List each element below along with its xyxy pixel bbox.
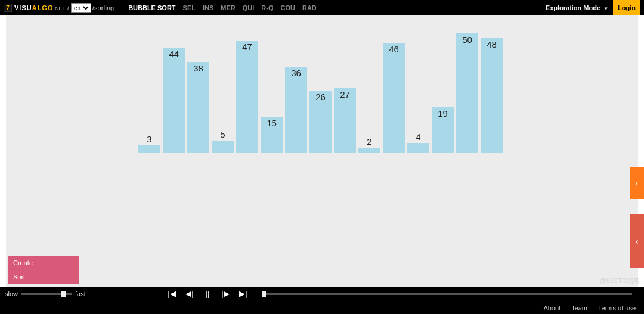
algo-tab-mer[interactable]: MER <box>221 4 235 11</box>
bar-label: 27 <box>334 89 356 100</box>
chevron-left-icon: ‹ <box>636 178 639 188</box>
progress-thumb[interactable] <box>262 291 266 297</box>
breadcrumb-path[interactable]: /sorting <box>92 4 114 11</box>
progress-slider[interactable] <box>262 293 632 295</box>
bar: 44 <box>163 48 185 153</box>
logo-suffix: .NET <box>53 5 66 11</box>
logo-badge: 7 <box>4 4 12 12</box>
bar-label: 26 <box>309 92 332 102</box>
go-to-start-button[interactable]: |◀ <box>167 289 177 298</box>
speed-fast-label: fast <box>75 290 86 297</box>
action-panel: CreateSort <box>8 256 79 284</box>
bar: 48 <box>481 38 503 153</box>
bar-label: 19 <box>432 108 454 119</box>
bar-label: 47 <box>236 42 258 52</box>
bar-label: 48 <box>481 39 503 49</box>
footer-link-terms-of-use[interactable]: Terms of use <box>598 304 636 312</box>
mode-label: Exploration Mode <box>546 4 600 11</box>
bar: 47 <box>236 41 258 153</box>
step-forward-button[interactable]: |▶ <box>221 289 230 298</box>
bar: 46 <box>383 43 405 153</box>
algo-tab-bubble-sort[interactable]: BUBBLE SORT <box>128 4 175 11</box>
speed-control: slow fast <box>5 290 86 297</box>
step-back-button[interactable]: ◀| <box>185 289 194 298</box>
mode-dropdown[interactable]: Exploration Mode ▼ <box>546 4 608 11</box>
bar: 3 <box>138 145 160 153</box>
chevron-down-icon: ▼ <box>603 6 608 11</box>
algorithm-tabs: BUBBLE SORTSELINSMERQUIR-QCOURAD <box>128 4 317 11</box>
bar: 36 <box>285 67 307 153</box>
action-create[interactable]: Create <box>8 256 79 270</box>
visualization-stage: 34438547153626272464195048 CreateSort <box>6 15 638 287</box>
bar-label: 50 <box>456 35 478 45</box>
bar: 2 <box>358 148 380 153</box>
bar-label: 36 <box>285 68 307 78</box>
logo-algo: ALGO <box>32 4 54 11</box>
bar: 4 <box>407 143 429 153</box>
bottom-bar: slow fast |◀ ◀| || |▶ ▶| AboutTeamTerms … <box>0 287 644 314</box>
login-button[interactable]: Login <box>613 0 640 15</box>
bar: 15 <box>261 117 283 153</box>
bar-label: 44 <box>163 49 185 59</box>
slash-1: / <box>67 4 69 11</box>
bar-label: 15 <box>261 118 283 128</box>
chevron-left-icon: ‹ <box>636 237 639 246</box>
go-to-end-button[interactable]: ▶| <box>239 289 248 298</box>
bar-label: 4 <box>407 132 429 142</box>
right-panel-toggle-bottom[interactable]: ‹ <box>630 214 644 268</box>
speed-slider-thumb[interactable] <box>61 291 66 297</box>
bar: 26 <box>309 91 332 153</box>
speed-slow-label: slow <box>5 290 18 297</box>
bar: 38 <box>187 62 209 153</box>
algo-tab-ins[interactable]: INS <box>203 4 213 11</box>
logo-visu: VISU <box>14 4 32 11</box>
algo-tab-qui[interactable]: QUI <box>243 4 255 11</box>
algo-tab-cou[interactable]: COU <box>281 4 295 11</box>
algo-tab-rad[interactable]: RAD <box>302 4 317 11</box>
language-select[interactable]: en <box>71 3 91 13</box>
bar-chart: 34438547153626272464195048 <box>138 27 508 153</box>
right-panel-toggle-top[interactable]: ‹ <box>630 167 644 199</box>
top-bar: 7 VISUALGO.NET / en /sorting BUBBLE SORT… <box>0 0 644 15</box>
pause-button[interactable]: || <box>203 289 212 298</box>
site-logo[interactable]: VISUALGO.NET <box>14 4 66 11</box>
footer-link-about[interactable]: About <box>543 304 561 312</box>
bar: 50 <box>456 33 478 153</box>
footer-links: AboutTeamTerms of use <box>543 304 636 312</box>
bar-label: 46 <box>383 44 405 54</box>
algo-tab-sel[interactable]: SEL <box>183 4 196 11</box>
bar-label: 38 <box>187 63 209 73</box>
bar-label: 2 <box>358 136 380 147</box>
speed-slider[interactable] <box>21 293 72 295</box>
action-sort[interactable]: Sort <box>8 270 79 284</box>
bar: 27 <box>334 88 356 153</box>
bar: 19 <box>432 107 454 153</box>
footer-link-team[interactable]: Team <box>571 304 587 312</box>
playback-controls: |◀ ◀| || |▶ ▶| <box>167 289 248 298</box>
bar-label: 3 <box>138 134 160 144</box>
bar: 5 <box>212 141 234 153</box>
algo-tab-r-q[interactable]: R-Q <box>261 4 273 11</box>
bar-label: 5 <box>212 129 234 139</box>
